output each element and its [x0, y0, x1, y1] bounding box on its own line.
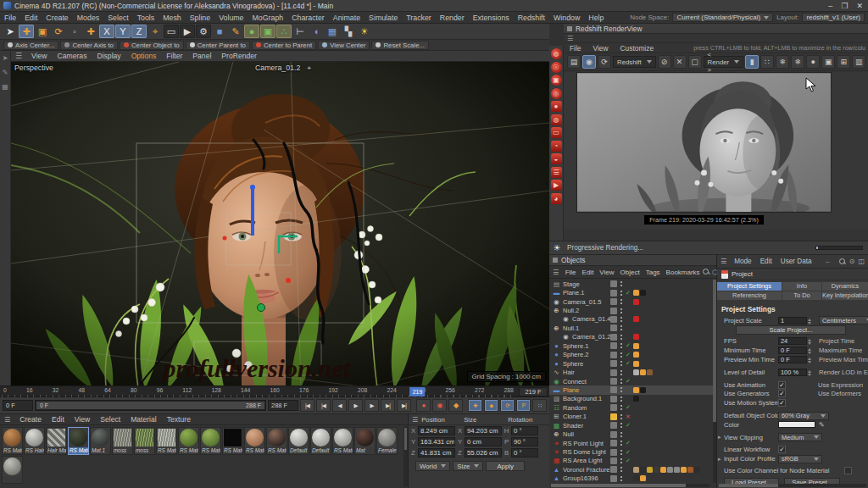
renderview-menu-item[interactable]: File [564, 44, 587, 53]
color-swatch[interactable] [778, 421, 815, 428]
search-icon[interactable] [703, 269, 709, 275]
size-field[interactable]: 94.203 cm [465, 426, 502, 435]
rv-pixel-sphere-button[interactable]: ● [806, 55, 820, 69]
minimum-time-input[interactable]: 0 F [778, 347, 807, 354]
material-thumbnail[interactable]: RS Mate [200, 427, 221, 455]
visibility-dots[interactable] [619, 398, 623, 400]
next-frame-button[interactable]: ▶ [364, 399, 379, 412]
renderview-menu-item[interactable]: Customize [615, 44, 660, 53]
node-material-checkbox[interactable] [844, 467, 852, 474]
x-axis-lock-icon[interactable]: X [99, 25, 114, 38]
viewport-menu-item[interactable]: ProRender [216, 52, 262, 60]
object-tag-icon[interactable] [640, 369, 646, 375]
visibility-dots[interactable] [619, 442, 623, 444]
input-profile-select[interactable]: sRGB [778, 455, 822, 463]
keyframe-button[interactable]: ◆ [448, 399, 463, 412]
menu-item[interactable]: Animate [329, 14, 364, 22]
project-scale-unit-select[interactable]: Centimeters [819, 316, 868, 324]
mograph-icon[interactable]: ∴ [276, 25, 292, 38]
object-tag-icon[interactable] [647, 467, 653, 473]
material-burger-icon[interactable]: ☰ [0, 416, 14, 424]
object-tag-icon[interactable] [633, 334, 639, 340]
visibility-dots[interactable] [619, 416, 623, 418]
tag-list[interactable] [633, 396, 639, 402]
range-end-field[interactable]: 288 F [268, 400, 298, 411]
viewport-menu-item[interactable]: View [26, 52, 52, 60]
objects-menu-item[interactable]: Bookmarks [663, 269, 703, 276]
position-field[interactable]: 41.831 cm [418, 448, 455, 458]
timeline-playhead[interactable]: 219 [410, 387, 426, 396]
tag-list[interactable] [633, 343, 639, 349]
material-thumbnail[interactable]: RS Mate [2, 427, 23, 455]
rs-light-icon[interactable]: ☉ [551, 62, 562, 73]
enable-checkbox[interactable] [610, 404, 617, 411]
rv-region-button[interactable]: ∷ [760, 55, 774, 69]
history-back-icon[interactable]: ← [825, 258, 832, 265]
rv-snapshot-compare-button[interactable]: ❄ [791, 55, 804, 69]
rs-dome-light-icon[interactable]: ◎ [551, 88, 562, 99]
rs-render-icon[interactable]: ◍ [551, 48, 562, 59]
rs-monitor-icon[interactable]: ▭ [551, 127, 562, 138]
menu-item[interactable]: MoGraph [248, 14, 288, 22]
menu-item[interactable]: Create [42, 14, 72, 22]
enable-checkbox[interactable] [610, 475, 617, 482]
position-field[interactable]: 8.249 cm [418, 426, 455, 435]
rv-layers-button[interactable]: ▥ [852, 55, 865, 69]
object-row[interactable]: ☀ RS Dome Light ✓ [549, 447, 713, 456]
material-menu-item[interactable]: View [70, 415, 95, 424]
enable-checkbox[interactable] [610, 449, 617, 456]
subdivision-surface-icon[interactable]: ● [244, 25, 259, 38]
render-view-icon[interactable]: ▭ [164, 25, 179, 38]
rs-ball-icon[interactable]: ◕ [551, 193, 562, 204]
light-tool-icon[interactable]: ☀ [357, 25, 372, 38]
object-row[interactable]: ⊕ Null.1 [549, 324, 713, 332]
visibility-dots[interactable] [619, 372, 623, 374]
visibility-dots[interactable] [619, 354, 623, 356]
viewport-menu-item[interactable]: Cameras [53, 52, 92, 60]
tag-list[interactable] [633, 316, 639, 322]
objects-burger-icon[interactable]: ☰ [549, 269, 562, 276]
object-row[interactable]: ▲ Group16396 [549, 474, 713, 483]
size-field[interactable]: 55.026 cm [465, 448, 502, 458]
project-scale-input[interactable]: 1 [778, 317, 807, 324]
generator-icon[interactable]: ▣ [260, 25, 275, 38]
enable-checkbox[interactable] [610, 308, 617, 314]
use-animation-checkbox[interactable]: ✓ [778, 381, 786, 389]
play-button[interactable]: ▶ [348, 399, 363, 412]
material-thumbnail[interactable]: RS Mate [178, 427, 199, 455]
material-thumbnail[interactable]: RS Hair [24, 427, 45, 455]
object-row[interactable]: ● Sphere ✓ [549, 359, 713, 368]
object-row[interactable]: ▨ Background.1 [549, 395, 713, 403]
tag-list[interactable] [633, 299, 639, 305]
tool-button[interactable]: View Center [318, 41, 370, 50]
object-row[interactable]: ☷ Random ✓ [549, 403, 713, 412]
fps-input[interactable]: 24 [778, 337, 807, 345]
tool-button[interactable]: Center to Parent [252, 41, 316, 50]
visibility-dots[interactable] [619, 389, 623, 391]
coords-burger-icon[interactable]: ☰ [409, 416, 421, 424]
render-button-icon[interactable]: ▶ [180, 25, 195, 38]
object-tag-icon[interactable] [633, 343, 639, 349]
object-tag-icon[interactable] [633, 396, 639, 402]
object-tag-icon[interactable] [633, 387, 639, 393]
camera-tool-icon[interactable]: ▚ [341, 25, 356, 38]
material-menu-item[interactable]: Material [125, 415, 162, 424]
object-tag-icon[interactable] [654, 467, 659, 473]
preview-min-time-input[interactable]: 0 F [778, 356, 807, 363]
maximize-button[interactable]: ❐ [841, 2, 848, 10]
object-tag-icon[interactable] [633, 369, 639, 375]
object-tag-icon[interactable] [681, 467, 687, 473]
viewport-menu-item[interactable]: Filter [161, 52, 187, 60]
rs-play-icon[interactable]: ▶ [551, 180, 562, 191]
tool-button[interactable]: Axis Center... [3, 41, 58, 50]
rs-camera-icon[interactable]: ▣ [551, 75, 562, 86]
object-tag-icon[interactable] [633, 316, 639, 322]
lod-input[interactable]: 100 % [778, 369, 807, 376]
material-thumbnail[interactable]: Hair Mat [46, 427, 67, 455]
enable-checkbox[interactable] [610, 413, 617, 420]
linear-workflow-checkbox[interactable]: ✓ [778, 446, 786, 453]
use-motion-checkbox[interactable]: ✓ [778, 399, 786, 407]
tag-list[interactable] [633, 352, 639, 358]
enable-checkbox[interactable] [610, 386, 617, 393]
rs-material-icon[interactable]: ● [551, 101, 562, 112]
